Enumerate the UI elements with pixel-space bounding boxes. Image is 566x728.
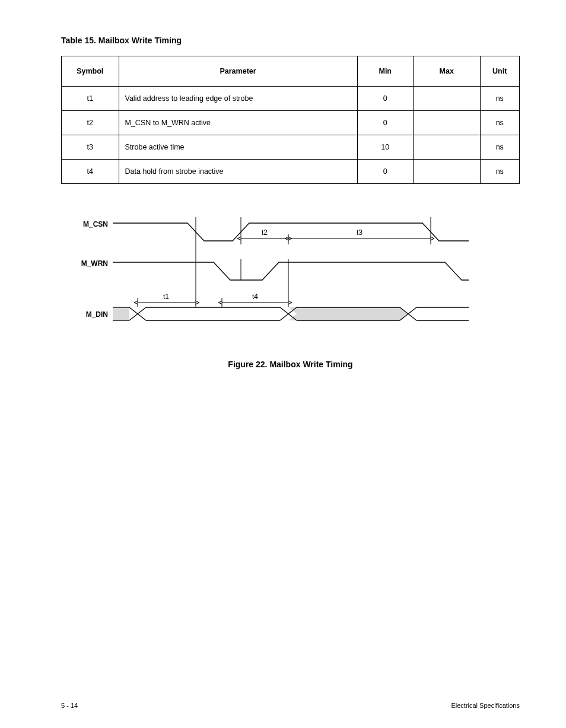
- table-row: t1 Valid address to leading edge of stro…: [62, 87, 520, 111]
- table-title: Table 15. Mailbox Write Timing: [61, 36, 520, 45]
- wave-wrn: [113, 262, 469, 280]
- cell-min: 0: [357, 111, 413, 135]
- label-din: M_DIN: [85, 310, 107, 319]
- cell-unit: ns: [480, 135, 520, 160]
- svg-line-11: [129, 307, 138, 314]
- table-row: t4 Data hold from strobe inactive 0 ns: [62, 160, 520, 184]
- cell-max: [413, 111, 480, 135]
- page: Table 15. Mailbox Write Timing Symbol Pa…: [0, 0, 566, 728]
- th-min: Min: [357, 56, 413, 87]
- cell-symbol: t1: [62, 87, 119, 111]
- cell-symbol: t2: [62, 111, 119, 135]
- cell-unit: ns: [480, 111, 520, 135]
- cell-max: [413, 160, 480, 184]
- svg-rect-7: [113, 307, 129, 320]
- svg-line-12: [129, 314, 138, 320]
- footer-page-number: 5 - 14: [61, 702, 78, 709]
- svg-line-14: [138, 314, 146, 320]
- cell-max: [413, 87, 480, 111]
- cell-parameter: Data hold from strobe inactive: [119, 160, 357, 184]
- table-title-prefix: Table 15.: [61, 36, 96, 45]
- cell-parameter: M_CSN to M_WRN active: [119, 111, 357, 135]
- timing-svg: M_CSN M_WRN M_DIN t1 t2 t3 t4: [77, 203, 504, 345]
- cell-symbol: t3: [62, 135, 119, 160]
- cell-min: 10: [357, 135, 413, 160]
- svg-line-17: [280, 307, 288, 314]
- figure-caption-prefix: Figure 22.: [228, 360, 267, 369]
- cell-min: 0: [357, 160, 413, 184]
- th-max: Max: [413, 56, 480, 87]
- label-t4: t4: [252, 293, 257, 301]
- svg-line-25: [408, 307, 416, 314]
- cell-unit: ns: [480, 160, 520, 184]
- page-footer: 5 - 14 Electrical Specifications: [0, 702, 566, 709]
- label-csn: M_CSN: [82, 220, 107, 228]
- th-unit: Unit: [480, 56, 520, 87]
- wave-din: [113, 307, 469, 320]
- cell-unit: ns: [480, 87, 520, 111]
- cell-min: 0: [357, 87, 413, 111]
- th-parameter: Parameter: [119, 56, 357, 87]
- label-t3: t3: [356, 228, 362, 237]
- label-t2: t2: [261, 228, 267, 237]
- svg-line-26: [408, 314, 416, 320]
- cell-symbol: t4: [62, 160, 119, 184]
- label-t1: t1: [163, 293, 168, 301]
- svg-line-18: [280, 314, 288, 320]
- cell-max: [413, 135, 480, 160]
- figure-caption: Figure 22. Mailbox Write Timing: [61, 360, 520, 369]
- svg-marker-8: [288, 307, 408, 320]
- cell-parameter: Strobe active time: [119, 135, 357, 160]
- svg-line-13: [138, 307, 146, 314]
- table-row: t2 M_CSN to M_WRN active 0 ns: [62, 111, 520, 135]
- figure-caption-rest: Mailbox Write Timing: [269, 360, 352, 369]
- cell-parameter: Valid address to leading edge of strobe: [119, 87, 357, 111]
- label-wrn: M_WRN: [81, 259, 107, 268]
- table-header-row: Symbol Parameter Min Max Unit: [62, 56, 520, 87]
- timing-diagram: M_CSN M_WRN M_DIN t1 t2 t3 t4 Figure 22.…: [61, 203, 520, 369]
- timing-table: Symbol Parameter Min Max Unit t1 Valid a…: [61, 56, 520, 184]
- footer-section-title: Electrical Specifications: [451, 702, 520, 709]
- table-title-rest: Mailbox Write Timing: [98, 36, 182, 45]
- table-row: t3 Strobe active time 10 ns: [62, 135, 520, 160]
- th-symbol: Symbol: [62, 56, 119, 87]
